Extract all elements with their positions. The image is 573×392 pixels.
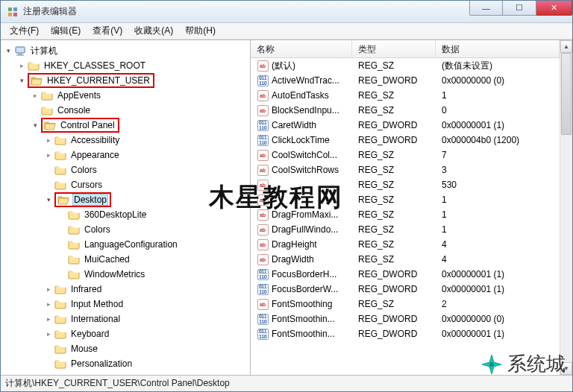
scroll-thumb[interactable] — [561, 53, 572, 135]
list-row[interactable]: abDragWidthREG_SZ4 — [251, 252, 560, 267]
list-row[interactable]: abFontSmoothingREG_SZ2 — [251, 297, 560, 312]
value-data: 4 — [436, 238, 560, 250]
list-row[interactable]: 011110FontSmoothin...REG_DWORD0x00000001… — [251, 326, 560, 341]
close-button[interactable]: ✕ — [536, 1, 572, 16]
tree-langcfg[interactable]: LanguageConfiguration — [57, 237, 248, 252]
expand-icon[interactable] — [44, 300, 53, 309]
expand-icon[interactable] — [4, 46, 13, 55]
tree-colors[interactable]: Colors — [44, 162, 248, 177]
list-row[interactable]: 011110CaretWidthREG_DWORD0x00000001 (1) — [251, 118, 560, 133]
tree-mouse[interactable]: Mouse — [44, 341, 248, 356]
folder-open-icon — [57, 195, 69, 205]
reg-sz-icon: ab — [257, 224, 269, 235]
list-header: 名称 类型 数据 — [251, 40, 560, 58]
scroll-track[interactable] — [560, 53, 572, 362]
app-icon — [7, 6, 19, 18]
reg-sz-icon: ab — [257, 209, 269, 221]
minimize-button[interactable]: — — [469, 1, 503, 16]
list-row[interactable]: 011110FocusBorderW...REG_DWORD0x00000001… — [251, 282, 560, 297]
value-type: REG_DWORD — [352, 75, 436, 86]
expand-icon[interactable] — [44, 195, 53, 204]
list-row[interactable]: abCoolSwitchRowsREG_SZ3 — [251, 162, 560, 177]
tree-muicached[interactable]: MuiCached — [57, 252, 248, 267]
folder-icon — [54, 314, 66, 324]
menu-file[interactable]: 文件(F) — [4, 23, 45, 39]
tree-cursors[interactable]: Cursors — [44, 177, 248, 192]
scroll-up-button[interactable]: ▲ — [560, 40, 572, 53]
list-row[interactable]: abREG_SZ530 — [251, 177, 560, 192]
value-data: 0x00000001 (1) — [436, 268, 560, 280]
tree-personalization[interactable]: Personalization — [44, 356, 248, 371]
reg-sz-icon: ab — [257, 253, 269, 265]
expand-icon — [44, 359, 53, 368]
list-row[interactable]: abDragFromMaxi...REG_SZ1 — [251, 207, 560, 222]
tree-desktop-colors[interactable]: Colors — [57, 222, 248, 237]
tree-control-panel[interactable]: Control Panel — [31, 118, 248, 133]
maximize-button[interactable]: ☐ — [503, 1, 536, 16]
tree-desktop[interactable]: Desktop — [44, 192, 248, 207]
list-row[interactable]: ab(默认)REG_SZ(数值未设置) — [251, 58, 560, 73]
expand-icon[interactable] — [17, 61, 26, 70]
menu-favorites[interactable]: 收藏夹(A) — [128, 23, 179, 39]
list-row[interactable]: abDragHeightREG_SZ4 — [251, 237, 560, 252]
col-name[interactable]: 名称 — [251, 40, 352, 57]
reg-sz-icon: ab — [257, 60, 269, 72]
value-type: REG_SZ — [352, 298, 436, 310]
tree-hkcu[interactable]: HKEY_CURRENT_USER — [17, 73, 248, 88]
expand-icon[interactable] — [17, 76, 26, 85]
expand-icon[interactable] — [44, 314, 53, 323]
tree-keyboard[interactable]: Keyboard — [44, 326, 248, 341]
list-row[interactable]: abCoolSwitchCol...REG_SZ7 — [251, 148, 560, 162]
tree-infrared[interactable]: Infrared — [44, 282, 248, 297]
tree-pane[interactable]: 计算机 HKEY_CLASSES_ROOT HKEY_CURR — [1, 40, 251, 375]
tree-windowmetrics[interactable]: WindowMetrics — [57, 267, 248, 282]
folder-icon — [54, 284, 66, 294]
folder-open-icon — [31, 75, 43, 86]
highlight-hkcu: HKEY_CURRENT_USER — [28, 73, 154, 88]
list-row[interactable]: abBlockSendInpu...REG_SZ0 — [251, 103, 560, 118]
list-row[interactable]: 011110FontSmoothin...REG_DWORD0x00000000… — [251, 312, 560, 326]
reg-dword-icon: 011110 — [257, 134, 269, 146]
expand-icon[interactable] — [44, 329, 53, 338]
menu-edit[interactable]: 编辑(E) — [45, 23, 87, 39]
list-row[interactable]: abAutoEndTasksREG_SZ1 — [251, 88, 560, 103]
tree-console[interactable]: Console — [31, 103, 248, 118]
tree-hkcr[interactable]: HKEY_CLASSES_ROOT — [17, 58, 248, 73]
col-type[interactable]: 类型 — [352, 40, 436, 57]
reg-dword-icon: 011110 — [257, 119, 269, 131]
list-body[interactable]: ab(默认)REG_SZ(数值未设置)011110ActiveWndTrac..… — [251, 58, 560, 375]
reg-sz-icon: ab — [257, 149, 269, 161]
value-data: 0x000004b0 (1200) — [436, 134, 560, 146]
titlebar[interactable]: 注册表编辑器 — ☐ ✕ — [1, 1, 572, 23]
expand-icon[interactable] — [44, 136, 53, 145]
tree-input-method[interactable]: Input Method — [44, 297, 248, 312]
tree-appearance[interactable]: Appearance — [44, 148, 248, 162]
tree-root[interactable]: 计算机 — [4, 43, 248, 58]
list-row[interactable]: 011110ActiveWndTrac...REG_DWORD0x0000000… — [251, 73, 560, 88]
window-controls: — ☐ ✕ — [469, 1, 572, 22]
menu-view[interactable]: 查看(V) — [87, 23, 128, 39]
value-type: REG_DWORD — [352, 134, 436, 146]
list-row[interactable]: abREG_SZ1 — [251, 192, 560, 207]
menu-help[interactable]: 帮助(H) — [179, 23, 222, 39]
col-data[interactable]: 数据 — [436, 40, 560, 57]
scroll-down-button[interactable]: ▼ — [560, 362, 572, 375]
vertical-scrollbar[interactable]: ▲ ▼ — [560, 40, 572, 375]
list-row[interactable]: abDragFullWindo...REG_SZ1 — [251, 222, 560, 237]
value-data: 0x00000001 (1) — [436, 119, 560, 131]
tree-360desktoplite[interactable]: 360DesktopLite — [57, 207, 248, 222]
list-row[interactable]: 011110FocusBorderH...REG_DWORD0x00000001… — [251, 267, 560, 282]
tree-accessibility[interactable]: Accessibility — [44, 133, 248, 148]
expand-icon[interactable] — [44, 151, 53, 159]
expand-icon[interactable] — [31, 91, 40, 100]
folder-icon — [68, 254, 80, 265]
list-row[interactable]: 011110ClickLockTimeREG_DWORD0x000004b0 (… — [251, 133, 560, 148]
tree-international[interactable]: International — [44, 312, 248, 326]
expand-icon — [44, 180, 53, 189]
value-type: REG_SZ — [352, 238, 436, 250]
tree-appevents[interactable]: AppEvents — [31, 88, 248, 103]
expand-icon[interactable] — [31, 121, 40, 130]
expand-icon[interactable] — [44, 285, 53, 294]
folder-icon — [54, 135, 66, 145]
value-type: REG_SZ — [352, 164, 436, 176]
